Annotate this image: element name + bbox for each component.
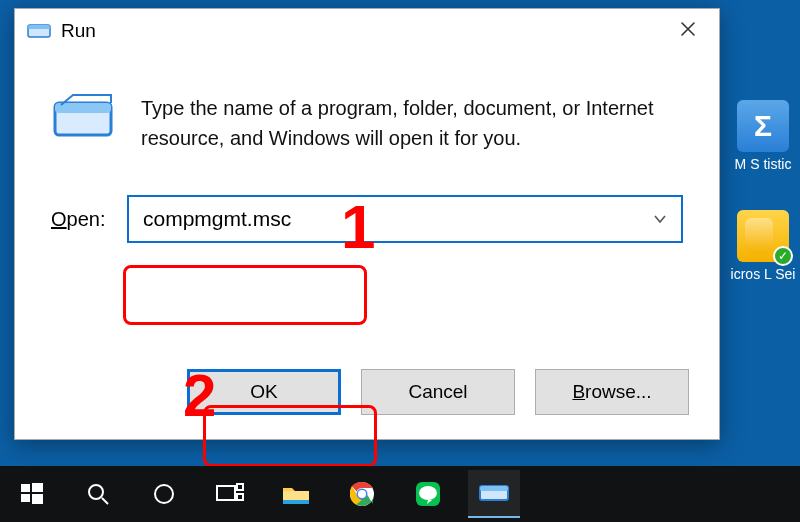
line-app-icon [414, 480, 442, 508]
svg-rect-22 [480, 486, 508, 491]
taskbar-chrome[interactable] [336, 470, 388, 518]
run-icon [478, 482, 510, 504]
desktop-icons: M S tistic ✓ icros L Sei [726, 100, 800, 282]
svg-line-9 [102, 498, 108, 504]
folder-icon [281, 482, 311, 506]
annotation-box-1 [123, 265, 367, 325]
cortana-icon [151, 481, 177, 507]
taskview-icon [215, 482, 245, 506]
svg-rect-11 [217, 486, 235, 500]
taskbar-run-app[interactable] [468, 470, 520, 518]
svg-rect-6 [21, 494, 30, 502]
cancel-button[interactable]: Cancel [361, 369, 515, 415]
run-dialog: Run Type the name of a program, folder, … [14, 8, 720, 440]
open-input-value[interactable]: compmgmt.msc [143, 207, 649, 231]
svg-rect-12 [237, 484, 243, 490]
svg-point-20 [419, 486, 437, 500]
open-combobox[interactable]: compmgmt.msc [127, 195, 683, 243]
close-icon [679, 18, 697, 44]
desktop-item-label: M S tistic [735, 156, 792, 172]
taskbar-line-app[interactable] [402, 470, 454, 518]
taskbar [0, 466, 800, 522]
titlebar[interactable]: Run [15, 9, 719, 53]
svg-rect-1 [28, 25, 50, 29]
svg-rect-15 [283, 500, 309, 504]
dialog-body: Type the name of a program, folder, docu… [15, 53, 719, 439]
chevron-down-icon[interactable] [649, 210, 671, 228]
taskbar-taskview-button[interactable] [204, 470, 256, 518]
svg-rect-5 [32, 483, 43, 492]
sigma-icon [737, 100, 789, 152]
chrome-icon [348, 480, 376, 508]
run-large-icon [51, 89, 115, 147]
close-button[interactable] [663, 11, 713, 51]
desktop-item-sqlserver[interactable]: ✓ icros L Sei [726, 210, 800, 282]
desktop-item-label: icros L Sei [731, 266, 796, 282]
start-button[interactable] [6, 470, 58, 518]
desktop-item-statistics[interactable]: M S tistic [726, 100, 800, 172]
svg-rect-3 [55, 103, 111, 113]
run-icon [25, 17, 53, 45]
check-badge-icon: ✓ [773, 246, 793, 266]
svg-rect-4 [21, 484, 30, 492]
svg-point-8 [89, 485, 103, 499]
taskbar-file-explorer[interactable] [270, 470, 322, 518]
windows-logo-icon [19, 481, 45, 507]
dialog-title: Run [61, 20, 663, 42]
taskbar-search-button[interactable] [72, 470, 124, 518]
svg-rect-13 [237, 494, 243, 500]
svg-point-10 [155, 485, 173, 503]
svg-point-18 [358, 490, 366, 498]
prompt-text: Type the name of a program, folder, docu… [141, 93, 683, 153]
database-icon: ✓ [737, 210, 789, 262]
browse-button[interactable]: Browse... [535, 369, 689, 415]
ok-button[interactable]: OK [187, 369, 341, 415]
search-icon [85, 481, 111, 507]
open-label: Open: [51, 208, 127, 231]
svg-rect-7 [32, 494, 43, 504]
taskbar-cortana-button[interactable] [138, 470, 190, 518]
button-row: OK Cancel Browse... [187, 369, 689, 415]
